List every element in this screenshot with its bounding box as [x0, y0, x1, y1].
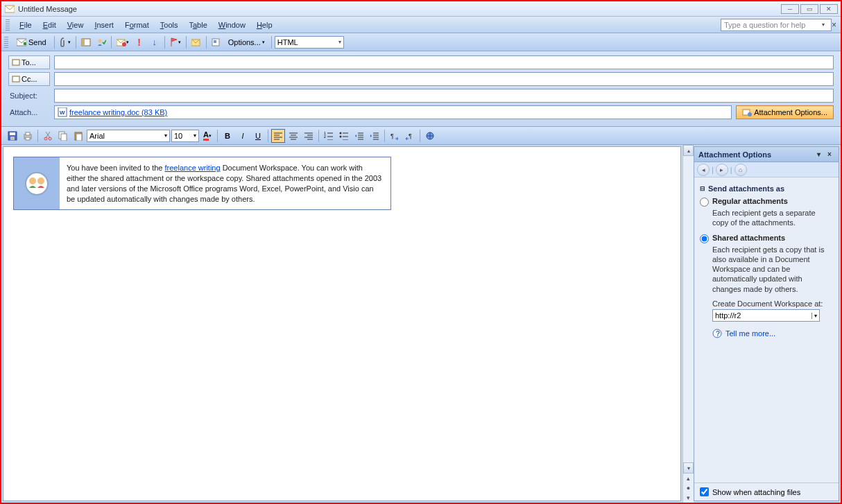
subject-input[interactable]: [54, 89, 834, 103]
cc-button[interactable]: Cc...: [8, 72, 50, 86]
message-format-dropdown[interactable]: HTML▾: [275, 36, 344, 49]
cc-input[interactable]: [54, 72, 834, 86]
menu-help[interactable]: Help: [251, 19, 278, 31]
ltr-button[interactable]: ¶: [388, 129, 402, 143]
cut-button[interactable]: [41, 129, 55, 143]
copy-button[interactable]: [56, 129, 70, 143]
attachment-link[interactable]: freelance writing.doc (83 KB): [69, 108, 167, 116]
book-icon: [12, 59, 20, 66]
svg-point-5: [98, 39, 101, 42]
pane-dropdown-icon[interactable]: ▾: [814, 150, 823, 159]
svg-point-32: [340, 135, 342, 137]
svg-point-38: [37, 177, 44, 184]
permission-button[interactable]: ▾: [114, 35, 131, 49]
message-header: To... Cc... Subject: Attach... W freelan…: [1, 51, 841, 127]
scroll-up-icon[interactable]: ▴: [683, 145, 694, 156]
help-search-input[interactable]: Type a question for help: [721, 19, 832, 31]
font-dropdown[interactable]: Arial▾: [87, 130, 170, 142]
bold-button[interactable]: B: [221, 129, 234, 143]
svg-point-16: [748, 112, 752, 116]
shared-attachments-label: Shared attachments: [712, 234, 785, 242]
menu-edit[interactable]: Edit: [37, 19, 62, 31]
attachment-well[interactable]: W freelance writing.doc (83 KB): [54, 105, 732, 119]
show-when-attaching-label: Show when attaching files: [712, 488, 800, 496]
address-book-button[interactable]: [79, 35, 93, 49]
numbered-list-button[interactable]: 12: [322, 129, 336, 143]
regular-attachments-radio[interactable]: [700, 198, 709, 207]
bullet-list-button[interactable]: [337, 129, 351, 143]
word-doc-icon: W: [58, 107, 67, 117]
zoom-button[interactable]: [209, 35, 223, 49]
menubar-grip[interactable]: [6, 19, 10, 31]
align-right-button[interactable]: [302, 129, 316, 143]
editor-scrollbar[interactable]: ▴ ▾ ▴ ● ▾: [682, 145, 694, 503]
maximize-button[interactable]: ▭: [800, 4, 818, 14]
font-size-dropdown[interactable]: 10▾: [171, 130, 199, 142]
menu-table[interactable]: Table: [183, 19, 212, 31]
svg-text:W: W: [60, 110, 65, 116]
next-page-icon[interactable]: ▾: [683, 493, 694, 503]
attach-options-icon: [742, 108, 752, 116]
align-center-button[interactable]: [286, 129, 300, 143]
select-browse-icon[interactable]: ●: [683, 483, 694, 493]
italic-button[interactable]: I: [236, 129, 250, 143]
flag-button[interactable]: ▾: [168, 35, 183, 49]
toolbar-grip[interactable]: [4, 37, 8, 48]
window-title: Untitled Message: [18, 5, 780, 13]
importance-low-button[interactable]: ↓: [148, 35, 162, 49]
svg-rect-26: [61, 134, 67, 141]
menu-window[interactable]: Window: [213, 19, 251, 31]
menu-format[interactable]: Format: [119, 19, 155, 31]
save-button[interactable]: [6, 129, 19, 143]
send-icon: [17, 38, 26, 46]
align-left-button[interactable]: [271, 129, 285, 143]
message-body-editor[interactable]: You have been invited to the freelance w…: [3, 146, 681, 501]
svg-text:¶: ¶: [390, 132, 394, 139]
shared-attachments-radio[interactable]: [700, 234, 709, 243]
formatting-toolbar: Arial▾ 10▾ A▾ B I U 12 ¶ ¶: [1, 127, 841, 145]
attach-label: Attach...: [8, 105, 50, 119]
send-button[interactable]: Send: [12, 35, 51, 49]
svg-text:¶: ¶: [409, 132, 412, 139]
increase-indent-button[interactable]: [368, 129, 381, 143]
tell-me-more-link[interactable]: ? Tell me more...: [712, 329, 833, 338]
print-button[interactable]: [21, 129, 35, 143]
pane-home-button[interactable]: ⌂: [734, 164, 747, 176]
show-when-attaching-checkbox[interactable]: [700, 487, 709, 496]
svg-rect-10: [214, 40, 216, 43]
book-icon: [12, 76, 20, 82]
underline-button[interactable]: U: [251, 129, 265, 143]
importance-high-button[interactable]: !: [132, 35, 146, 49]
menu-insert[interactable]: Insert: [89, 19, 119, 31]
options-button[interactable]: Options...▾: [225, 35, 268, 49]
decrease-indent-button[interactable]: [352, 129, 366, 143]
workspace-location-label: Create Document Workspace at:: [712, 299, 833, 308]
svg-text:?: ?: [716, 330, 720, 338]
attach-button[interactable]: ▾: [58, 35, 73, 49]
prev-page-icon[interactable]: ▴: [683, 473, 694, 483]
insert-hyperlink-button[interactable]: [423, 129, 437, 143]
help-dropdown-icon[interactable]: ▾: [822, 21, 825, 28]
to-input[interactable]: [54, 55, 834, 69]
menu-view[interactable]: View: [62, 19, 89, 31]
font-color-button[interactable]: A▾: [200, 129, 214, 143]
create-rule-button[interactable]: [189, 35, 203, 49]
check-names-button[interactable]: [94, 35, 108, 49]
menubar: File Edit View Insert Format Tools Table…: [1, 17, 841, 33]
menubar-close-icon[interactable]: ×: [832, 20, 836, 30]
workspace-location-dropdown[interactable]: http://r2▾: [712, 309, 820, 322]
rtl-button[interactable]: ¶: [403, 129, 417, 143]
menu-tools[interactable]: Tools: [155, 19, 184, 31]
paste-button[interactable]: [71, 129, 85, 143]
pane-back-button[interactable]: ◂: [697, 164, 710, 176]
menu-file[interactable]: File: [14, 19, 37, 31]
pane-forward-button[interactable]: ▸: [716, 164, 728, 176]
to-button[interactable]: To...: [8, 55, 50, 69]
svg-point-31: [340, 132, 342, 134]
pane-close-icon[interactable]: ×: [825, 150, 834, 159]
attachment-options-button[interactable]: Attachment Options...: [736, 105, 834, 119]
minimize-button[interactable]: ─: [781, 4, 799, 14]
close-button[interactable]: ✕: [820, 4, 838, 14]
scroll-down-icon[interactable]: ▾: [683, 462, 694, 473]
workspace-link[interactable]: freelance writing: [165, 164, 221, 172]
